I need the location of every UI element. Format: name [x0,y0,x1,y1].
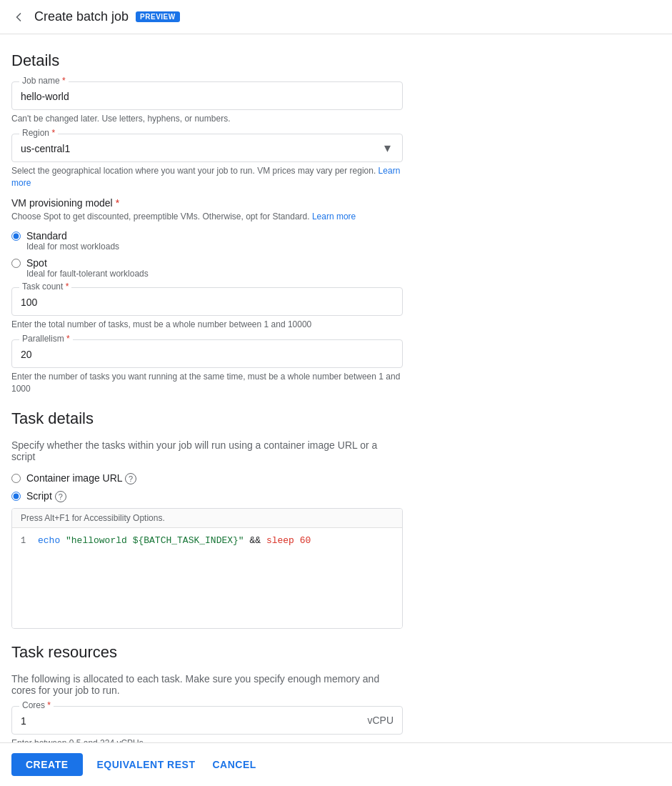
region-select[interactable]: us-central1 us-east1 us-west1 europe-wes… [21,140,393,156]
cores-input[interactable] [21,712,361,728]
job-name-helper: Can't be changed later. Use letters, hyp… [11,113,403,125]
radio-standard-sublabel: Ideal for most workloads [26,242,119,252]
code-echo: echo [38,535,66,546]
parallelism-input[interactable] [21,346,393,362]
cores-input-wrapper: vCPU [21,712,393,728]
radio-script-label: Script ? [26,490,66,502]
task-count-label: Task count * [19,282,71,292]
radio-script[interactable]: Script ? [11,490,403,502]
required-indicator: * [62,76,66,86]
region-label: Region * [19,128,58,138]
details-section-title: Details [11,51,403,70]
region-helper: Select the geographical location where y… [11,165,403,189]
main-content: Details Job name * Can't be changed late… [0,34,414,786]
container-image-help-icon[interactable]: ? [125,473,136,484]
page-title: Create batch job [34,9,129,24]
region-field: Region * us-central1 us-east1 us-west1 e… [11,134,403,162]
cores-suffix: vCPU [367,715,393,726]
required-indicator: * [66,282,69,292]
vm-provisioning-learn-more-link[interactable]: Learn more [312,212,356,222]
parallelism-helper: Enter the number of tasks you want runni… [11,371,403,395]
code-area[interactable]: 1 echo "helloworld ${BATCH_TASK_INDEX}" … [12,528,402,628]
code-sleep: sleep 60 [266,535,311,546]
vm-provisioning-description: Choose Spot to get discounted, preemptib… [11,212,403,222]
code-operator: && [244,535,266,546]
create-button[interactable]: CREATE [11,753,83,776]
equivalent-rest-button[interactable]: EQUIVALENT REST [94,753,199,776]
page-header: Create batch job PREVIEW [0,0,672,34]
job-name-label: Job name * [19,76,69,86]
required-indicator: * [51,128,55,138]
cancel-button[interactable]: CANCEL [209,753,259,776]
radio-container-image[interactable]: Container image URL ? [11,472,403,484]
parallelism-label: Parallelism * [19,334,73,344]
task-count-helper: Enter the total number of tasks, must be… [11,319,403,331]
required-indicator: * [47,700,51,710]
radio-standard-label: Standard [26,230,119,242]
cores-field: Cores * vCPU [11,706,403,735]
code-line-1: 1 echo "helloworld ${BATCH_TASK_INDEX}" … [21,534,393,549]
required-indicator: * [66,334,70,344]
parallelism-field: Parallelism * [11,339,403,368]
task-resources-description: The following is allocated to each task.… [11,673,403,696]
script-help-icon[interactable]: ? [55,491,66,502]
task-resources-section-title: Task resources [11,643,403,662]
radio-standard-input[interactable] [11,232,21,241]
radio-container-image-label: Container image URL ? [26,472,136,484]
task-count-wrapper: Task count * Enter the total number of t… [11,287,403,331]
code-editor[interactable]: Press Alt+F1 for Accessibility Options. … [11,508,403,629]
code-editor-header: Press Alt+F1 for Accessibility Options. [12,509,402,528]
radio-container-image-input[interactable] [11,474,21,483]
preview-badge: PREVIEW [136,11,180,22]
code-content-1: echo "helloworld ${BATCH_TASK_INDEX}" &&… [38,534,393,549]
job-name-field: Job name * [11,81,403,110]
code-string: "helloworld ${BATCH_TASK_INDEX}" [66,535,244,546]
action-bar: CREATE EQUIVALENT REST CANCEL [0,742,672,786]
radio-spot-input[interactable] [11,259,21,268]
region-select-wrapper: us-central1 us-east1 us-west1 europe-wes… [21,140,393,156]
required-indicator: * [116,197,119,209]
radio-spot-label: Spot [26,257,149,269]
line-number-1: 1 [21,534,38,548]
vm-provisioning-label: VM provisioning model * [11,197,403,209]
task-details-description: Specify whether the tasks within your jo… [11,439,403,462]
task-count-input[interactable] [21,294,393,309]
job-name-input[interactable] [21,88,393,104]
radio-spot-sublabel: Ideal for fault-tolerant workloads [26,269,149,279]
radio-spot[interactable]: Spot Ideal for fault-tolerant workloads [11,257,403,279]
task-details-section-title: Task details [11,409,403,428]
task-count-field: Task count * [11,287,403,316]
radio-standard[interactable]: Standard Ideal for most workloads [11,230,403,252]
cores-label: Cores * [19,700,54,710]
back-button[interactable] [11,10,26,24]
radio-script-input[interactable] [11,492,21,501]
